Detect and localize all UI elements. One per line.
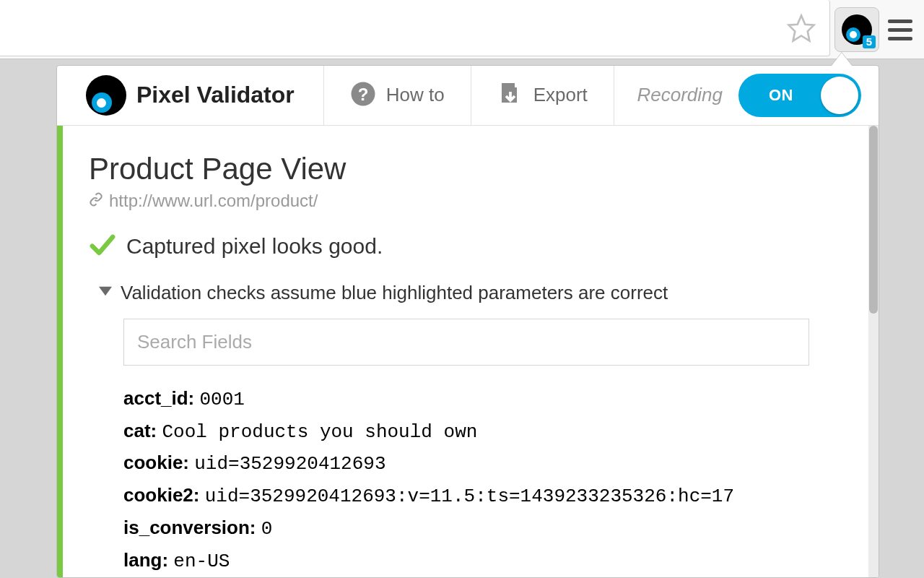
field-value: uid=3529920412693 — [194, 453, 385, 475]
brand-logo-icon — [86, 75, 126, 116]
recording-label: Recording — [637, 84, 723, 106]
checkmark-icon — [89, 231, 116, 262]
brand: Pixel Validator — [57, 66, 323, 125]
extension-popup: Pixel Validator ? How to Export Re — [56, 65, 879, 578]
browser-toolbar: 5 — [0, 0, 924, 59]
field-row: is_conversion: 0 — [123, 512, 840, 545]
app-title: Pixel Validator — [136, 82, 295, 108]
disclosure-row[interactable]: Validation checks assume blue highlighte… — [99, 282, 840, 304]
page-title: Product Page View — [89, 152, 840, 186]
svg-text:?: ? — [357, 85, 368, 104]
fields-list: acct_id: 0001cat: Cool products you shou… — [123, 383, 840, 577]
field-value: uid=3529920412693:v=11.5:ts=143923323532… — [205, 486, 734, 507]
toggle-state-label: ON — [769, 86, 793, 105]
search-input[interactable] — [123, 319, 809, 366]
scrollbar-thumb[interactable] — [869, 126, 878, 314]
extension-button[interactable]: 5 — [834, 7, 879, 52]
link-icon — [89, 191, 103, 211]
page-url-row: http://www.url.com/product/ — [89, 191, 840, 211]
field-key: cookie2: — [123, 484, 205, 506]
bookmark-star-icon[interactable] — [786, 13, 816, 43]
disclosure-text: Validation checks assume blue highlighte… — [121, 282, 668, 304]
status-text: Captured pixel looks good. — [126, 234, 383, 259]
svg-rect-4 — [515, 83, 519, 87]
export-label: Export — [533, 84, 588, 106]
field-key: cat: — [123, 420, 162, 441]
popup-body: Product Page View http://www.url.com/pro… — [57, 126, 879, 577]
question-circle-icon: ? — [350, 81, 376, 110]
chevron-down-icon — [99, 286, 112, 299]
status-row: Captured pixel looks good. — [89, 231, 840, 262]
recording-area: Recording ON — [614, 66, 879, 125]
page-url: http://www.url.com/product/ — [109, 191, 318, 211]
scrollbar[interactable] — [868, 126, 879, 577]
export-button[interactable]: Export — [471, 66, 614, 125]
howto-label: How to — [386, 84, 445, 106]
field-key: acct_id: — [123, 387, 200, 409]
field-row: cat: Cool products you should own — [123, 415, 840, 448]
recording-toggle[interactable]: ON — [738, 74, 861, 117]
status-stripe — [57, 126, 63, 577]
export-download-icon — [497, 81, 523, 110]
svg-marker-0 — [789, 16, 814, 41]
field-row: cookie: uid=3529920412693 — [123, 447, 840, 480]
field-row: acct_id: 0001 — [123, 383, 840, 415]
address-bar[interactable] — [0, 0, 830, 56]
body-content: Product Page View http://www.url.com/pro… — [63, 126, 868, 577]
field-key: cookie: — [123, 452, 194, 473]
svg-marker-5 — [99, 287, 112, 296]
popup-header: Pixel Validator ? How to Export Re — [57, 66, 879, 126]
field-key: lang: — [123, 549, 173, 571]
extension-badge: 5 — [863, 35, 876, 48]
field-row: cookie2: uid=3529920412693:v=11.5:ts=143… — [123, 480, 840, 512]
field-value: en-US — [173, 551, 230, 572]
field-value: 0 — [261, 518, 273, 540]
howto-button[interactable]: ? How to — [323, 66, 471, 125]
field-row: lang: en-US — [123, 545, 840, 577]
field-value: 0001 — [200, 389, 245, 410]
hamburger-menu-icon[interactable] — [884, 7, 917, 52]
field-key: is_conversion: — [123, 517, 261, 538]
toggle-knob — [821, 77, 858, 114]
field-value: Cool products you should own — [162, 421, 477, 443]
